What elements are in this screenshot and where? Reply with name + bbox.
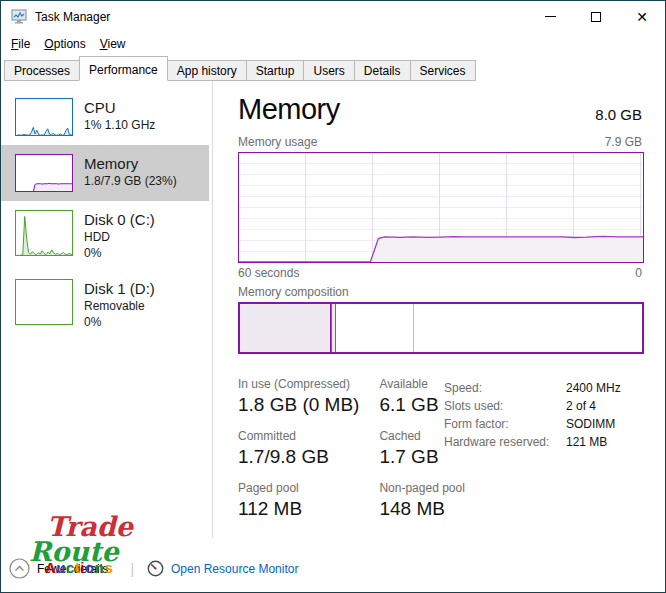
stat-value: 112 MB bbox=[238, 498, 359, 520]
sidebar-item-subtitle: 1.8/7.9 GB (23%) bbox=[84, 173, 177, 189]
footer-bar: Fewer details | Open Resource Monitor bbox=[9, 558, 298, 579]
fewer-details-button[interactable]: Fewer details bbox=[9, 558, 108, 579]
sidebar-item-subtitle: HDD bbox=[84, 229, 155, 245]
stat-in-use-compressed: In use (Compressed)1.8 GB (0 MB) bbox=[238, 377, 359, 416]
stat-committed: Committed1.7/9.8 GB bbox=[238, 429, 359, 468]
titlebar: Task Manager ✕ bbox=[1, 1, 665, 32]
memory-hardware-info: Speed:2400 MHzSlots used:2 of 4Form fact… bbox=[444, 379, 621, 451]
axis-label-left: 60 seconds bbox=[238, 266, 299, 280]
tab-app-history[interactable]: App history bbox=[167, 60, 247, 81]
tab-users[interactable]: Users bbox=[303, 60, 354, 81]
stat-value: 148 MB bbox=[379, 498, 464, 520]
tab-details[interactable]: Details bbox=[354, 60, 411, 81]
window-controls: ✕ bbox=[527, 1, 665, 32]
stat-value: 1.8 GB (0 MB) bbox=[238, 394, 359, 416]
task-manager-app-icon bbox=[11, 9, 28, 25]
watermark-trade: Trade bbox=[47, 511, 133, 542]
sidebar-item-disk1[interactable]: Disk 1 (D:)Removable0% bbox=[1, 270, 209, 339]
info-label-form-factor: Form factor: bbox=[444, 415, 566, 433]
sidebar-item-subtitle: 0% bbox=[84, 245, 155, 261]
sidebar-item-title: Disk 0 (C:) bbox=[84, 210, 155, 229]
tab-services[interactable]: Services bbox=[410, 60, 476, 81]
close-icon: ✕ bbox=[636, 10, 648, 24]
close-button[interactable]: ✕ bbox=[619, 1, 665, 32]
footer-separator: | bbox=[130, 561, 134, 577]
page-title: Memory bbox=[238, 93, 340, 126]
sidebar-item-text: Memory1.8/7.9 GB (23%) bbox=[84, 154, 177, 189]
disk0-sparkline bbox=[15, 210, 73, 256]
resource-monitor-icon bbox=[147, 560, 164, 577]
sidebar-item-title: Memory bbox=[84, 154, 177, 173]
sidebar-item-title: CPU bbox=[84, 98, 155, 117]
axis-label-right: 0 bbox=[635, 266, 642, 280]
stat-non-paged-pool: Non-paged pool148 MB bbox=[379, 481, 464, 520]
minimize-icon bbox=[545, 16, 556, 17]
sidebar-item-memory[interactable]: Memory1.8/7.9 GB (23%) bbox=[1, 145, 209, 201]
composition-segment-standby bbox=[336, 304, 414, 352]
minimize-button[interactable] bbox=[527, 1, 573, 32]
stat-label: In use (Compressed) bbox=[238, 377, 359, 391]
chevron-up-circle-icon bbox=[9, 558, 30, 579]
open-resource-monitor-label: Open Resource Monitor bbox=[171, 562, 298, 576]
info-value-slots-used: 2 of 4 bbox=[566, 397, 621, 415]
tab-processes[interactable]: Processes bbox=[4, 60, 80, 81]
info-label-slots-used: Slots used: bbox=[444, 397, 566, 415]
tab-startup[interactable]: Startup bbox=[246, 60, 305, 81]
menu-file[interactable]: File bbox=[4, 34, 37, 54]
memory-usage-chart[interactable] bbox=[238, 152, 644, 263]
sidebar-divider bbox=[212, 81, 213, 538]
sidebar-item-subtitle: Removable bbox=[84, 298, 155, 314]
composition-segment-free bbox=[414, 304, 642, 352]
memory-composition-bar[interactable] bbox=[238, 302, 644, 354]
usage-chart-max: 7.9 GB bbox=[605, 135, 642, 149]
task-manager-window: Task Manager ✕ FileOptionsView Processes… bbox=[0, 0, 666, 593]
usage-chart-label: Memory usage bbox=[238, 135, 317, 149]
sidebar-item-disk0[interactable]: Disk 0 (C:)HDD0% bbox=[1, 201, 209, 270]
composition-segment-in-use bbox=[240, 304, 331, 352]
info-value-speed: 2400 MHz bbox=[566, 379, 621, 397]
open-resource-monitor-link[interactable]: Open Resource Monitor bbox=[147, 560, 298, 577]
tab-performance[interactable]: Performance bbox=[79, 56, 168, 81]
performance-sidebar: CPU1% 1.10 GHzMemory1.8/7.9 GB (23%)Disk… bbox=[1, 89, 209, 339]
fewer-details-label: Fewer details bbox=[37, 562, 108, 576]
info-label-speed: Speed: bbox=[444, 379, 566, 397]
info-label-hardware-reserved: Hardware reserved: bbox=[444, 433, 566, 451]
sidebar-item-subtitle: 1% 1.10 GHz bbox=[84, 117, 155, 133]
sidebar-item-text: CPU1% 1.10 GHz bbox=[84, 98, 155, 133]
stat-value: 1.7/9.8 GB bbox=[238, 446, 359, 468]
composition-chart-label: Memory composition bbox=[238, 285, 349, 299]
stat-paged-pool: Paged pool112 MB bbox=[238, 481, 359, 520]
menu-view[interactable]: View bbox=[93, 34, 133, 54]
maximize-icon bbox=[591, 12, 601, 22]
info-value-form-factor: SODIMM bbox=[566, 415, 621, 433]
sidebar-item-cpu[interactable]: CPU1% 1.10 GHz bbox=[1, 89, 209, 145]
sidebar-item-text: Disk 0 (C:)HDD0% bbox=[84, 210, 155, 261]
stat-label: Paged pool bbox=[238, 481, 359, 495]
window-title: Task Manager bbox=[35, 10, 110, 24]
maximize-button[interactable] bbox=[573, 1, 619, 32]
sidebar-item-title: Disk 1 (D:) bbox=[84, 279, 155, 298]
memory-stats: In use (Compressed)1.8 GB (0 MB)Availabl… bbox=[238, 377, 465, 520]
disk1-sparkline bbox=[15, 279, 73, 325]
sidebar-item-text: Disk 1 (D:)Removable0% bbox=[84, 279, 155, 330]
menubar: FileOptionsView bbox=[1, 32, 665, 55]
menu-options[interactable]: Options bbox=[37, 34, 92, 54]
info-value-hardware-reserved: 121 MB bbox=[566, 433, 621, 451]
sidebar-item-subtitle: 0% bbox=[84, 314, 155, 330]
memory-sparkline bbox=[15, 154, 73, 192]
stat-label: Non-paged pool bbox=[379, 481, 464, 495]
stat-label: Committed bbox=[238, 429, 359, 443]
performance-content: CPU1% 1.10 GHzMemory1.8/7.9 GB (23%)Disk… bbox=[1, 81, 665, 592]
cpu-sparkline bbox=[15, 98, 73, 136]
total-memory-value: 8.0 GB bbox=[595, 106, 642, 123]
tab-strip: ProcessesPerformanceApp historyStartupUs… bbox=[1, 55, 665, 81]
